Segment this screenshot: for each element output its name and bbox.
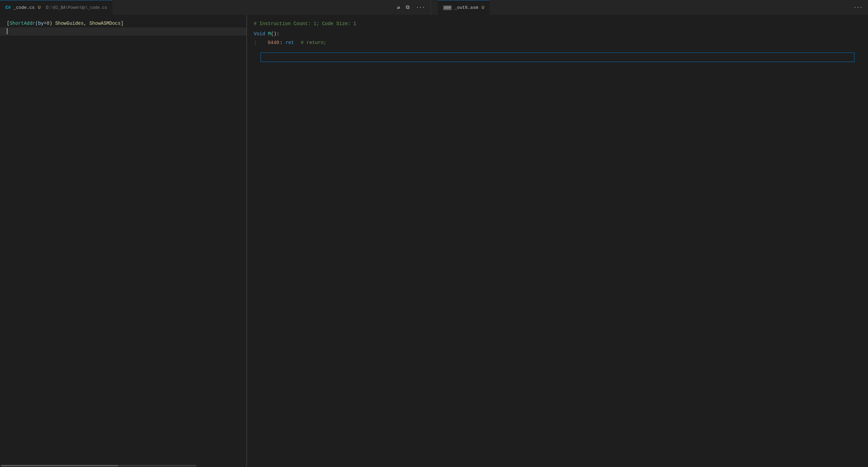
tab-filename-left: _code.cs — [14, 5, 35, 10]
asm-return-comment: # return; — [301, 38, 327, 47]
line-content-2 — [7, 27, 240, 36]
space2 — [86, 21, 89, 26]
method-colon: : — [276, 29, 279, 38]
split-editor-button[interactable]: ⧉ — [405, 4, 411, 11]
left-scrollbar[interactable] — [0, 464, 246, 467]
tab-bar: C# _code.cs U D:\01_BA\PowerUp\_code.cs … — [0, 0, 868, 15]
code-line-1: [ShortAddr(by=8) ShowGuides, ShowASMDocs… — [0, 19, 246, 27]
number-8: 8 — [47, 21, 49, 26]
code-line-2 — [0, 27, 246, 36]
asm-colon: : — [280, 38, 286, 47]
asm-instruction-line: │ 0440: ret# return; — [254, 38, 861, 47]
tab-filename-right: _out6.asm — [454, 5, 478, 10]
left-tab-group: C# _code.cs U D:\01_BA\PowerUp\_code.cs … — [0, 0, 431, 15]
asm-address: 0440 — [268, 38, 279, 47]
line-content-1: [ShortAddr(by=8) ShowGuides, ShowASMDocs… — [7, 19, 240, 27]
space1 — [52, 21, 55, 26]
asm-method-signature: Void M(): — [254, 29, 861, 38]
left-editor[interactable]: [ShortAddr(by=8) ShowGuides, ShowASMDocs… — [0, 15, 247, 467]
asm-icon: ASM — [443, 5, 452, 10]
left-code-content[interactable]: [ShortAddr(by=8) ShowGuides, ShowASMDocs… — [0, 15, 246, 464]
void-keyword: Void — [254, 29, 265, 38]
tab-modified-right: U — [482, 5, 484, 10]
tab-modified-left: U — [38, 5, 41, 10]
editor-container: [ShortAddr(by=8) ShowGuides, ShowASMDocs… — [0, 15, 868, 467]
method-parens: () — [271, 29, 276, 38]
keyword-showguides: ShowGuides — [55, 21, 84, 26]
csharp-icon: C# — [5, 5, 11, 10]
equals-sign: = — [44, 21, 46, 26]
left-scrollbar-thumb — [1, 465, 118, 466]
instruction-count-comment: # Instruction Count: 1; Code Size: 1 — [254, 19, 356, 28]
asm-pipe-char: │ — [254, 38, 262, 47]
asm-ret-instr: ret — [286, 38, 294, 47]
asm-comment-header: # Instruction Count: 1; Code Size: 1 — [254, 19, 861, 29]
bracket-close: ] — [121, 21, 123, 26]
more-actions-button-right[interactable]: ··· — [852, 4, 864, 11]
right-tab-group: ASM _out6.asm U ··· — [431, 0, 868, 15]
sync-scroll-button[interactable]: ⇄ — [395, 4, 401, 12]
space-after-void — [265, 29, 268, 38]
param-by: by — [38, 21, 44, 26]
right-code-content[interactable]: # Instruction Count: 1; Code Size: 1 Voi… — [247, 15, 868, 467]
attr-shortaddr: ShortAddr — [9, 21, 35, 26]
method-name-m: M — [268, 29, 271, 38]
right-editor[interactable]: # Instruction Count: 1; Code Size: 1 Voi… — [247, 15, 868, 467]
input-box-container — [254, 53, 861, 62]
asm-input-box[interactable] — [261, 53, 854, 62]
left-scrollbar-track — [1, 465, 197, 466]
left-tab-actions: ⇄ ⧉ ··· — [395, 4, 430, 12]
tab-asm-out6[interactable]: ASM _out6.asm U — [438, 0, 490, 15]
text-cursor — [7, 28, 7, 34]
more-actions-button-left[interactable]: ··· — [414, 4, 426, 11]
tab-code-cs[interactable]: C# _code.cs U D:\01_BA\PowerUp\_code.cs — [0, 0, 112, 15]
right-tab-actions: ··· — [852, 4, 868, 11]
tab-path-left: D:\01_BA\PowerUp\_code.cs — [46, 5, 107, 10]
keyword-showasmdocs: ShowASMDocs — [89, 21, 121, 26]
